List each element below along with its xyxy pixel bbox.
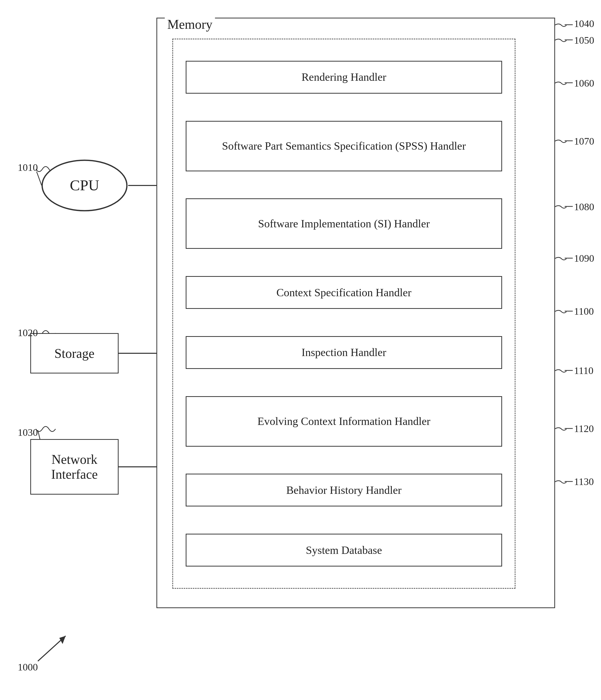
- memory-label: Memory: [165, 17, 215, 32]
- cpu-ref: 1010: [18, 161, 38, 173]
- ref-1100: 1100: [574, 305, 594, 317]
- storage-label: Storage: [54, 346, 95, 361]
- evolving-handler-box: Evolving Context Information Handler: [186, 396, 502, 447]
- memory-inner-box: Rendering Handler Software Part Semantic…: [172, 39, 516, 589]
- network-interface-box: Network Interface: [30, 439, 119, 495]
- spss-handler-box: Software Part Semantics Specification (S…: [186, 121, 502, 171]
- ref-1080: 1080: [574, 201, 594, 213]
- ref-1040: 1040: [574, 18, 594, 29]
- sysdb-handler-box: System Database: [186, 534, 502, 567]
- cpu-label: CPU: [45, 177, 124, 194]
- network-ref: 1030: [18, 426, 38, 438]
- rendering-handler-label: Rendering Handler: [301, 71, 386, 83]
- spss-handler-label: Software Part Semantics Specification (S…: [222, 140, 466, 152]
- evolving-handler-label: Evolving Context Information Handler: [257, 415, 430, 428]
- si-handler-box: Software Implementation (SI) Handler: [186, 198, 502, 249]
- context-spec-handler-box: Context Specification Handler: [186, 276, 502, 309]
- svg-line-16: [38, 636, 66, 661]
- si-handler-label: Software Implementation (SI) Handler: [258, 217, 430, 230]
- ref-1090: 1090: [574, 252, 594, 264]
- ref-1130: 1130: [574, 476, 594, 488]
- ref-1110: 1110: [574, 365, 594, 376]
- behavior-handler-label: Behavior History Handler: [286, 484, 402, 497]
- ref-1070: 1070: [574, 135, 594, 147]
- ref-1060: 1060: [574, 77, 594, 89]
- network-label: Network Interface: [31, 452, 118, 482]
- ref-1050: 1050: [574, 34, 594, 46]
- svg-marker-17: [59, 636, 66, 644]
- inspection-handler-box: Inspection Handler: [186, 336, 502, 369]
- rendering-handler-box: Rendering Handler: [186, 61, 502, 94]
- inspection-handler-label: Inspection Handler: [301, 346, 386, 359]
- sysdb-handler-label: System Database: [306, 544, 382, 557]
- storage-box: Storage: [30, 333, 119, 373]
- ref-1120: 1120: [574, 423, 594, 434]
- memory-outer-box: Memory Rendering Handler Software Part S…: [156, 18, 555, 608]
- ref-1000: 1000: [18, 661, 38, 673]
- behavior-handler-box: Behavior History Handler: [186, 474, 502, 506]
- storage-ref: 1020: [18, 327, 38, 339]
- context-spec-handler-label: Context Specification Handler: [276, 286, 411, 299]
